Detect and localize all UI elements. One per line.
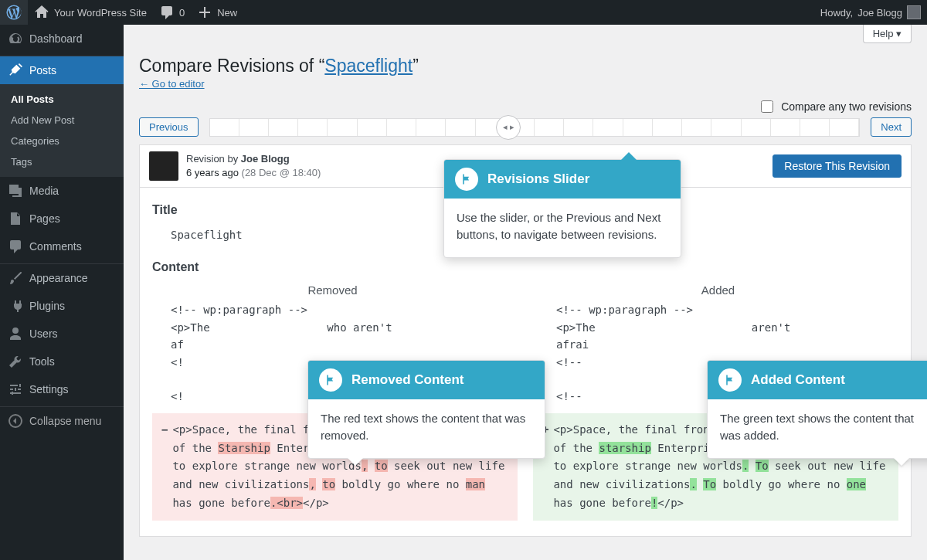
- comments-count: 0: [179, 7, 185, 19]
- compare-two-label[interactable]: Compare any two revisions: [781, 100, 912, 113]
- revision-tick[interactable]: [830, 119, 859, 136]
- sidebar-item-plugins[interactable]: Plugins: [0, 292, 124, 320]
- posts-submenu: All Posts Add New Post Categories Tags: [0, 84, 124, 177]
- user-icon: [8, 326, 23, 341]
- sidebar-item-label: Comments: [29, 240, 82, 253]
- sidebar-item-label: Collapse menu: [29, 415, 101, 427]
- compare-two-toggle-wrap: Compare any two revisions: [139, 100, 912, 113]
- site-name-button[interactable]: Your WordPress Site: [28, 0, 153, 25]
- previous-button[interactable]: Previous: [139, 117, 199, 137]
- user-display-name: Joe Blogg: [857, 7, 902, 19]
- removed-sign: −: [161, 421, 168, 513]
- sidebar-item-media[interactable]: Media: [0, 177, 124, 205]
- tour-title: Revisions Slider: [487, 171, 589, 187]
- revision-tick[interactable]: [564, 119, 593, 136]
- revision-date: (28 Dec @ 18:40): [239, 167, 321, 178]
- added-column-head: Added: [538, 283, 898, 297]
- admin-sidebar: Dashboard Posts All Posts Add New Post C…: [0, 25, 124, 560]
- revision-tick[interactable]: [387, 119, 416, 136]
- restore-revision-button[interactable]: Restore This Revision: [772, 154, 902, 178]
- revisions-slider-handle[interactable]: ◂ ▸: [496, 115, 521, 140]
- revision-tick[interactable]: [239, 119, 269, 136]
- sidebar-item-pages[interactable]: Pages: [0, 205, 124, 232]
- revision-tick[interactable]: [593, 119, 623, 136]
- wordpress-icon: [6, 5, 22, 20]
- comments-icon: [8, 239, 23, 254]
- sidebar-collapse-button[interactable]: Collapse menu: [0, 407, 124, 435]
- post-title-link[interactable]: Spaceflight: [324, 56, 413, 76]
- submenu-categories[interactable]: Categories: [0, 131, 124, 151]
- plus-icon: [197, 5, 212, 20]
- revision-tick[interactable]: [800, 119, 830, 136]
- comments-button[interactable]: 0: [153, 0, 191, 25]
- revision-nav: Previous ◂ ▸ Next: [139, 117, 912, 137]
- sidebar-item-comments[interactable]: Comments: [0, 232, 124, 260]
- sidebar-item-users[interactable]: Users: [0, 320, 124, 348]
- tour-body: The red text shows the content that was …: [308, 399, 545, 458]
- help-label: Help ▾: [873, 28, 902, 39]
- revisions-tickbar[interactable]: ◂ ▸: [209, 118, 861, 137]
- collapse-icon: [8, 413, 23, 429]
- revision-tick[interactable]: [328, 119, 357, 136]
- sidebar-item-appearance[interactable]: Appearance: [0, 264, 124, 292]
- diff-content-label: Content: [152, 260, 898, 274]
- sliders-icon: [8, 382, 23, 397]
- sidebar-item-label: Posts: [29, 64, 56, 76]
- help-tab-button[interactable]: Help ▾: [863, 25, 912, 43]
- revision-tick[interactable]: [210, 119, 239, 136]
- revision-tick[interactable]: [771, 119, 800, 136]
- submenu-add-new-post[interactable]: Add New Post: [0, 110, 124, 131]
- revision-tick[interactable]: [269, 119, 298, 136]
- next-button[interactable]: Next: [871, 117, 912, 137]
- sidebar-item-label: Dashboard: [29, 32, 83, 45]
- revision-tick[interactable]: [653, 119, 682, 136]
- revision-tick[interactable]: [711, 119, 741, 136]
- dashboard-icon: [8, 31, 23, 46]
- revision-tick[interactable]: [535, 119, 564, 136]
- revision-author: Joe Blogg: [241, 153, 290, 165]
- my-account-button[interactable]: Howdy, Joe Blogg: [814, 0, 927, 25]
- sidebar-item-label: Tools: [29, 355, 55, 368]
- tour-revisions-slider: Revisions Slider Use the slider, or the …: [443, 159, 681, 258]
- pin-icon: [8, 63, 23, 78]
- plug-icon: [8, 298, 23, 314]
- removed-column-head: Removed: [152, 283, 513, 297]
- page-body: Help ▾ Compare Revisions of “Spaceflight…: [124, 25, 927, 537]
- sidebar-item-label: Appearance: [29, 272, 88, 284]
- revisions-wrap: Compare Revisions of “Spaceflight” ← Go …: [124, 43, 927, 537]
- author-avatar: [149, 151, 178, 181]
- revision-meta-text: Revision by Joe Blogg 6 years ago (28 De…: [186, 152, 321, 180]
- new-content-button[interactable]: New: [191, 0, 243, 25]
- compare-two-checkbox[interactable]: [761, 100, 773, 113]
- page-title: Compare Revisions of “Spaceflight”: [139, 56, 912, 76]
- sidebar-item-dashboard[interactable]: Dashboard: [0, 25, 124, 53]
- tour-removed-content: Removed Content The red text shows the c…: [307, 360, 545, 459]
- submenu-tags[interactable]: Tags: [0, 151, 124, 172]
- user-avatar-icon: [907, 5, 921, 19]
- sidebar-item-tools[interactable]: Tools: [0, 348, 124, 375]
- sidebar-item-label: Settings: [29, 383, 69, 395]
- revision-tick[interactable]: [298, 119, 328, 136]
- sidebar-item-settings[interactable]: Settings: [0, 375, 124, 403]
- flag-icon: [455, 168, 478, 191]
- flag-icon: [319, 368, 342, 392]
- tour-body: Use the slider, or the Previous and Next…: [444, 199, 681, 257]
- go-to-editor-link[interactable]: ← Go to editor: [139, 78, 205, 90]
- revision-tick[interactable]: [446, 119, 475, 136]
- wp-logo-button[interactable]: [0, 0, 28, 25]
- site-name-label: Your WordPress Site: [54, 7, 147, 19]
- sidebar-item-label: Users: [29, 328, 58, 340]
- tour-title: Removed Content: [351, 372, 464, 388]
- flag-icon: [718, 368, 742, 392]
- howdy-prefix: Howdy,: [820, 7, 853, 19]
- revision-tick[interactable]: [623, 119, 653, 136]
- revision-age: 6 years ago: [186, 167, 239, 178]
- revision-tick[interactable]: [682, 119, 711, 136]
- revision-tick[interactable]: [416, 119, 446, 136]
- sidebar-item-label: Plugins: [29, 300, 65, 312]
- sidebar-item-label: Pages: [29, 212, 60, 225]
- sidebar-item-posts[interactable]: Posts: [0, 56, 124, 84]
- revision-tick[interactable]: [358, 119, 387, 136]
- revision-tick[interactable]: [742, 119, 771, 136]
- submenu-all-posts[interactable]: All Posts: [0, 89, 124, 110]
